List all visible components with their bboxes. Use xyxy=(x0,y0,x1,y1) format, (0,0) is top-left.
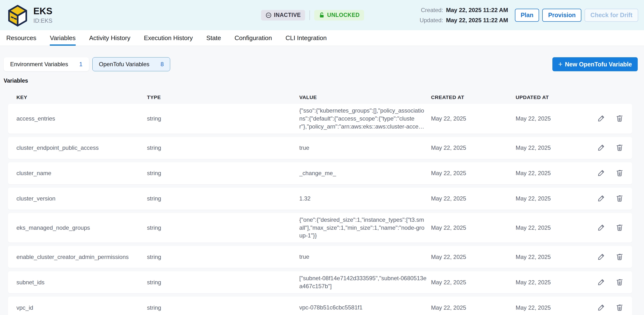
variable-value: _change_me_ xyxy=(299,169,431,177)
variable-value: {"sso":{"kubernetes_groups":[],"policy_a… xyxy=(299,107,431,131)
plan-button[interactable]: Plan xyxy=(515,9,539,22)
edit-variable-button[interactable] xyxy=(597,194,606,203)
status-badge-label: INACTIVE xyxy=(274,12,301,18)
variable-type: string xyxy=(147,304,299,311)
variable-created-at: May 22, 2025 xyxy=(431,144,516,151)
tab-state[interactable]: State xyxy=(206,30,221,46)
variable-type: string xyxy=(147,115,299,122)
plus-icon: + xyxy=(558,60,562,68)
delete-variable-button[interactable] xyxy=(615,169,624,178)
page-title: EKS xyxy=(33,6,52,16)
variable-value: 1.32 xyxy=(299,195,431,203)
header-actions: Plan Provision Check for Drift xyxy=(515,9,638,22)
pencil-icon xyxy=(597,143,605,152)
edit-variable-button[interactable] xyxy=(597,143,606,152)
edit-variable-button[interactable] xyxy=(597,169,606,178)
subtab-opentofu-variables[interactable]: OpenTofu Variables 8 xyxy=(92,57,170,71)
column-header-created: CREATED AT xyxy=(431,94,516,100)
table-row: vpc_id string vpc-078b51c6cbc5581f1 May … xyxy=(8,297,632,315)
variable-type: string xyxy=(147,170,299,177)
tab-activity-history[interactable]: Activity History xyxy=(89,30,130,46)
pencil-icon xyxy=(597,223,605,232)
environment-id: ID:EKS xyxy=(33,17,52,24)
edit-variable-button[interactable] xyxy=(597,304,606,312)
variable-key: cluster_endpoint_public_access xyxy=(8,144,147,151)
delete-variable-button[interactable] xyxy=(615,143,624,152)
section-title: Variables xyxy=(4,77,644,84)
variable-created-at: May 22, 2025 xyxy=(431,254,516,260)
edit-variable-button[interactable] xyxy=(597,253,606,261)
variable-key: subnet_ids xyxy=(8,279,147,286)
status-badge: INACTIVE xyxy=(261,10,305,20)
provision-button[interactable]: Provision xyxy=(542,9,582,22)
delete-variable-button[interactable] xyxy=(615,253,624,261)
variable-type: string xyxy=(147,254,299,260)
delete-variable-button[interactable] xyxy=(615,304,624,312)
variable-updated-at: May 22, 2025 xyxy=(516,224,591,231)
variable-created-at: May 22, 2025 xyxy=(431,195,516,202)
table-row: eks_managed_node_groups string {"one":{"… xyxy=(8,213,632,243)
variable-type: string xyxy=(147,224,299,231)
circle-minus-icon xyxy=(266,12,272,18)
variable-key: enable_cluster_creator_admin_permissions xyxy=(8,254,147,260)
subtab-count-badge: 1 xyxy=(79,61,82,68)
edit-variable-button[interactable] xyxy=(597,223,606,232)
updated-label: Updated: xyxy=(420,17,443,24)
subtab-environment-variables[interactable]: Environment Variables 1 xyxy=(4,57,89,71)
table-row: cluster_endpoint_public_access string tr… xyxy=(8,137,632,159)
variable-updated-at: May 22, 2025 xyxy=(516,254,591,260)
variable-created-at: May 22, 2025 xyxy=(431,170,516,177)
variable-type: string xyxy=(147,195,299,202)
variable-created-at: May 22, 2025 xyxy=(431,304,516,311)
variable-key: cluster_name xyxy=(8,170,147,177)
variable-created-at: May 22, 2025 xyxy=(431,224,516,231)
pencil-icon xyxy=(597,114,605,122)
created-label: Created: xyxy=(420,7,443,13)
tab-cli-integration[interactable]: CLI Integration xyxy=(286,30,327,46)
delete-variable-button[interactable] xyxy=(615,114,624,123)
delete-variable-button[interactable] xyxy=(615,194,624,203)
variable-value: vpc-078b51c6cbc5581f1 xyxy=(299,304,431,312)
variables-page: Environment Variables 1 OpenTofu Variabl… xyxy=(0,46,644,315)
variable-key: access_entries xyxy=(8,115,147,122)
table-row: subnet_ids string ["subnet-08f14e7142d33… xyxy=(8,271,632,293)
table-row: cluster_name string _change_me_ May 22, … xyxy=(8,162,632,184)
tab-variables[interactable]: Variables xyxy=(50,30,76,46)
variable-created-at: May 22, 2025 xyxy=(431,279,516,286)
delete-variable-button[interactable] xyxy=(615,278,624,287)
opentofu-cube-logo-icon xyxy=(6,4,29,26)
lock-status-badge: UNLOCKED xyxy=(314,10,364,20)
tab-resources[interactable]: Resources xyxy=(6,30,36,46)
edit-variable-button[interactable] xyxy=(597,114,606,123)
delete-variable-button[interactable] xyxy=(615,223,624,232)
status-badges: INACTIVE UNLOCKED xyxy=(261,10,364,20)
variable-key: cluster_version xyxy=(8,195,147,202)
trash-icon xyxy=(616,114,624,122)
tab-execution-history[interactable]: Execution History xyxy=(144,30,193,46)
badge-divider xyxy=(310,10,310,20)
lock-status-badge-label: UNLOCKED xyxy=(327,12,360,18)
new-opentofu-variable-label: New OpenTofu Variable xyxy=(565,61,632,68)
new-opentofu-variable-button[interactable]: + New OpenTofu Variable xyxy=(552,57,638,71)
trash-icon xyxy=(616,278,624,286)
variable-value: {"one":{"desired_size":1,"instance_types… xyxy=(299,216,431,240)
column-header-key: KEY xyxy=(8,94,147,100)
variable-updated-at: May 22, 2025 xyxy=(516,170,591,177)
pencil-icon xyxy=(597,278,605,286)
variable-updated-at: May 22, 2025 xyxy=(516,195,591,202)
table-row: access_entries string {"sso":{"kubernete… xyxy=(8,104,632,134)
pencil-icon xyxy=(597,169,605,177)
variable-value: true xyxy=(299,144,431,152)
variable-updated-at: May 22, 2025 xyxy=(516,144,591,151)
pencil-icon xyxy=(597,304,605,312)
pencil-icon xyxy=(597,194,605,202)
trash-icon xyxy=(616,304,624,312)
variable-updated-at: May 22, 2025 xyxy=(516,304,591,311)
unlocked-icon xyxy=(318,12,325,18)
check-for-drift-button[interactable]: Check for Drift xyxy=(584,9,638,22)
variable-key: eks_managed_node_groups xyxy=(8,224,147,231)
edit-variable-button[interactable] xyxy=(597,278,606,287)
timestamps: Created: May 22, 2025 11:22 AM Updated: … xyxy=(420,7,508,24)
variable-type: string xyxy=(147,279,299,286)
tab-configuration[interactable]: Configuration xyxy=(234,30,272,46)
